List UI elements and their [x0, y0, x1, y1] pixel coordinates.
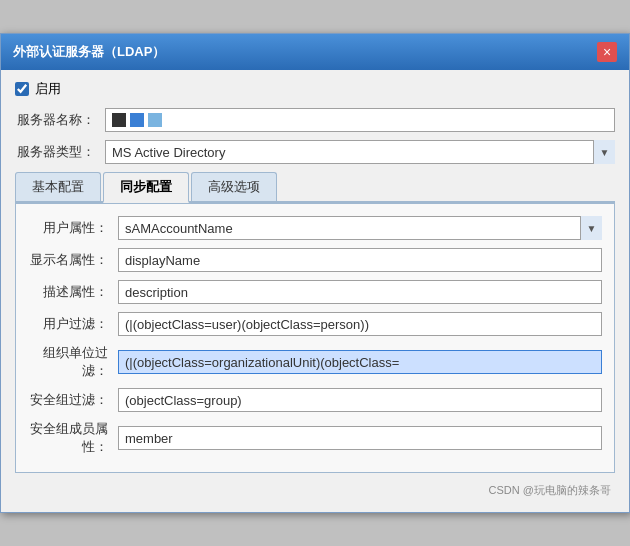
security-group-attr-input[interactable] — [118, 426, 602, 450]
dialog-body: 启用 服务器名称： 服务器类型： MS Active Directory ▼ — [1, 70, 629, 512]
server-icon-dark — [112, 113, 126, 127]
user-attr-select[interactable]: sAMAccountName — [118, 216, 602, 240]
ldap-dialog: 外部认证服务器（LDAP） × 启用 服务器名称： 服务器类型： MS Acti… — [0, 33, 630, 513]
enable-checkbox[interactable] — [15, 82, 29, 96]
tab-advanced[interactable]: 高级选项 — [191, 172, 277, 201]
desc-attr-input[interactable] — [118, 280, 602, 304]
tab-basic[interactable]: 基本配置 — [15, 172, 101, 201]
server-icon-light — [148, 113, 162, 127]
user-filter-input[interactable] — [118, 312, 602, 336]
title-bar: 外部认证服务器（LDAP） × — [1, 34, 629, 70]
enable-row: 启用 — [15, 80, 615, 98]
user-attr-row: 用户属性： sAMAccountName ▼ — [28, 216, 602, 240]
server-type-label: 服务器类型： — [15, 143, 105, 161]
user-filter-label: 用户过滤： — [28, 315, 118, 333]
enable-label[interactable]: 启用 — [35, 80, 61, 98]
tab-sync[interactable]: 同步配置 — [103, 172, 189, 203]
desc-attr-row: 描述属性： — [28, 280, 602, 304]
desc-attr-label: 描述属性： — [28, 283, 118, 301]
security-group-filter-row: 安全组过滤： — [28, 388, 602, 412]
tabs-container: 基本配置 同步配置 高级选项 用户属性： sAMAccountName ▼ — [15, 172, 615, 473]
display-name-attr-label: 显示名属性： — [28, 251, 118, 269]
server-name-row: 服务器名称： — [15, 108, 615, 132]
watermark: CSDN @玩电脑的辣条哥 — [15, 483, 615, 498]
close-button[interactable]: × — [597, 42, 617, 62]
dialog-title: 外部认证服务器（LDAP） — [13, 43, 165, 61]
server-type-select-wrapper: MS Active Directory ▼ — [105, 140, 615, 164]
org-unit-filter-row: 组织单位过滤： — [28, 344, 602, 380]
user-attr-label: 用户属性： — [28, 219, 118, 237]
server-icon-blue — [130, 113, 144, 127]
server-name-label: 服务器名称： — [15, 111, 105, 129]
user-attr-select-wrapper: sAMAccountName ▼ — [118, 216, 602, 240]
sync-panel: 用户属性： sAMAccountName ▼ 显示名属性： 描述属性： — [15, 203, 615, 473]
tabs-bar: 基本配置 同步配置 高级选项 — [15, 172, 615, 203]
org-unit-filter-label: 组织单位过滤： — [28, 344, 118, 380]
user-filter-row: 用户过滤： — [28, 312, 602, 336]
server-type-select[interactable]: MS Active Directory — [105, 140, 615, 164]
server-name-input[interactable] — [105, 108, 615, 132]
server-type-row: 服务器类型： MS Active Directory ▼ — [15, 140, 615, 164]
security-group-filter-input[interactable] — [118, 388, 602, 412]
security-group-filter-label: 安全组过滤： — [28, 391, 118, 409]
org-unit-filter-input[interactable] — [118, 350, 602, 374]
security-group-attr-row: 安全组成员属性： — [28, 420, 602, 456]
display-name-attr-row: 显示名属性： — [28, 248, 602, 272]
display-name-attr-input[interactable] — [118, 248, 602, 272]
security-group-attr-label: 安全组成员属性： — [28, 420, 118, 456]
